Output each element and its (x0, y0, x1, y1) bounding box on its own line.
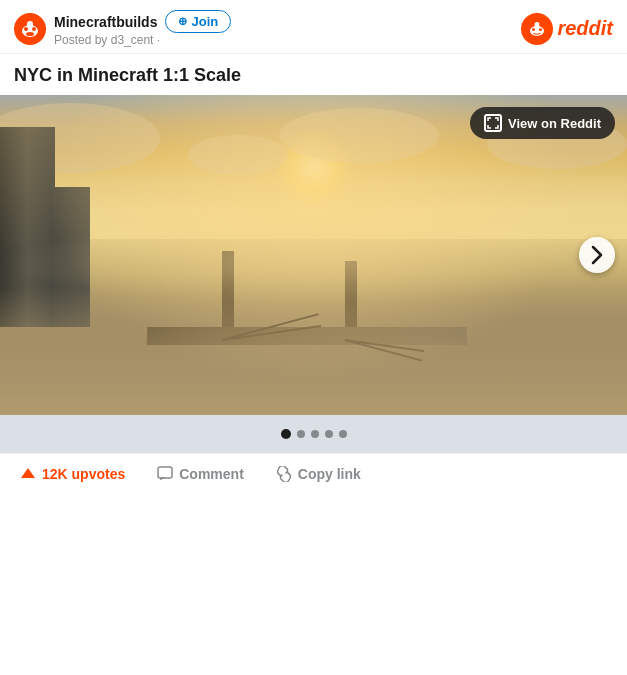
copy-link-icon (276, 466, 292, 482)
posted-by: Posted by d3_cent · (54, 33, 231, 47)
copy-label: Copy link (298, 466, 361, 482)
upvote-count: 12K upvotes (42, 466, 125, 482)
svg-point-3 (32, 27, 36, 31)
upvote-icon (20, 466, 36, 482)
svg-marker-15 (21, 468, 35, 478)
comment-icon (157, 466, 173, 482)
svg-point-9 (532, 28, 535, 31)
reddit-wordmark: reddit (557, 17, 613, 40)
svg-point-4 (26, 32, 34, 36)
svg-rect-12 (536, 23, 538, 27)
view-on-reddit-button[interactable]: View on Reddit (470, 107, 615, 139)
comment-button[interactable]: Comment (151, 462, 250, 486)
dot-4[interactable] (325, 430, 333, 438)
svg-point-2 (24, 27, 28, 31)
copy-link-button[interactable]: Copy link (270, 462, 367, 486)
top-controls: View on Reddit (470, 107, 615, 139)
reddit-logo-icon (521, 13, 553, 45)
dot-1[interactable] (281, 429, 291, 439)
fog-overlay (0, 95, 627, 415)
svg-rect-6 (29, 22, 32, 26)
join-label: Join (191, 14, 218, 29)
expand-icon (484, 114, 502, 132)
header-info: Minecraftbuilds ⊕ Join Posted by d3_cent… (54, 10, 231, 47)
next-arrow-button[interactable] (579, 237, 615, 273)
carousel-dots (0, 415, 627, 453)
reddit-logo[interactable]: reddit (521, 13, 613, 45)
svg-rect-16 (158, 467, 172, 478)
svg-point-10 (539, 28, 542, 31)
dot-2[interactable] (297, 430, 305, 438)
minecraft-image (0, 95, 627, 415)
subreddit-name[interactable]: Minecraftbuilds (54, 14, 157, 30)
dot-3[interactable] (311, 430, 319, 438)
post-header: Minecraftbuilds ⊕ Join Posted by d3_cent… (0, 0, 627, 54)
image-container: View on Reddit (0, 95, 627, 415)
dot-5[interactable] (339, 430, 347, 438)
upvote-button[interactable]: 12K upvotes (14, 462, 131, 486)
view-on-reddit-label: View on Reddit (508, 116, 601, 131)
post-title: NYC in Minecraft 1:1 Scale (14, 64, 613, 87)
username[interactable]: d3_cent (111, 33, 154, 47)
join-button[interactable]: ⊕ Join (165, 10, 231, 33)
header-left: Minecraftbuilds ⊕ Join Posted by d3_cent… (14, 10, 231, 47)
action-bar: 12K upvotes Comment Copy link (0, 453, 627, 498)
post-title-section: NYC in Minecraft 1:1 Scale (0, 54, 627, 95)
subreddit-icon[interactable] (14, 13, 46, 45)
comment-label: Comment (179, 466, 244, 482)
